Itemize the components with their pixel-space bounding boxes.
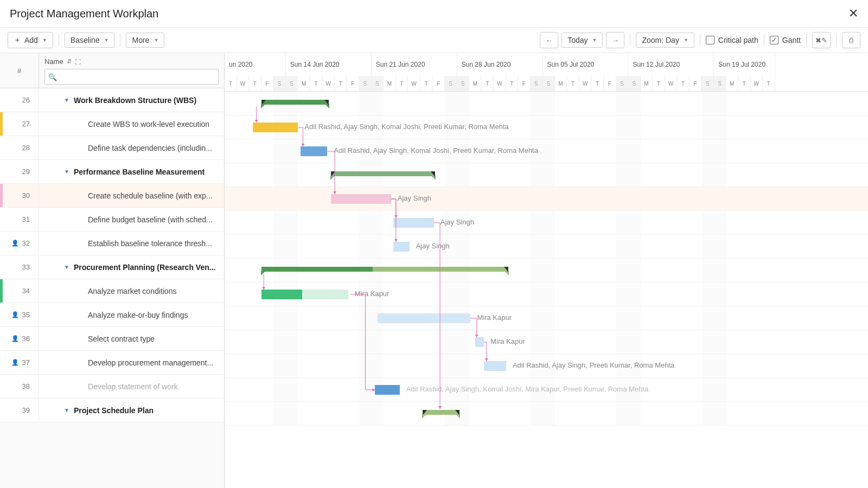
row-name: ▼Work Breakdown Structure (WBS) xyxy=(39,96,224,105)
row-stripe xyxy=(0,184,3,207)
next-button[interactable]: → xyxy=(606,32,624,48)
task-row[interactable]: 👤35Analyze make-or-buy findings xyxy=(0,303,224,327)
task-bar[interactable] xyxy=(475,337,484,347)
gantt-area[interactable]: un 2020Sun 14 Jun 2020Sun 21 Jun 2020Sun… xyxy=(225,53,868,488)
task-row[interactable]: 30Create schedule baseline (with exp... xyxy=(0,184,224,208)
day-header-cell: S xyxy=(359,76,372,91)
tools-button[interactable]: ✖✎ xyxy=(812,32,831,48)
more-button[interactable]: More▼ xyxy=(126,33,164,48)
print-button[interactable]: ⎙ xyxy=(842,32,860,48)
task-row[interactable]: 26▼Work Breakdown Structure (WBS) xyxy=(0,88,224,112)
week-header-cell: un 2020 xyxy=(225,53,286,76)
bar-label: Adil Rashid, Ajay Singh, Komal Joshi, Pr… xyxy=(334,146,538,155)
row-number: 30 xyxy=(0,184,39,207)
task-row[interactable]: 👤36Select contract type xyxy=(0,327,224,351)
search-icon: 🔍 xyxy=(48,73,57,81)
day-header-cell: T xyxy=(481,76,494,91)
task-bar[interactable] xyxy=(261,290,348,299)
task-bar[interactable] xyxy=(253,123,298,132)
week-header-cell: Sun 19 Jul 2020 xyxy=(714,53,775,76)
person-icon: 👤 xyxy=(11,311,19,318)
bar-label: Mira Kapur xyxy=(355,290,390,298)
task-bar[interactable] xyxy=(393,218,433,228)
task-bar[interactable] xyxy=(331,194,391,204)
today-button[interactable]: Today▼ xyxy=(561,33,603,48)
close-icon[interactable]: ✕ xyxy=(848,7,858,21)
row-number: 38 xyxy=(0,375,39,398)
task-bar[interactable] xyxy=(375,385,399,395)
separator xyxy=(630,34,630,46)
gantt-row xyxy=(225,402,868,426)
day-header-cell: T xyxy=(677,76,690,91)
day-header-cell: W xyxy=(408,76,420,91)
zoom-button[interactable]: Zoom: Day▼ xyxy=(636,33,694,48)
baseline-button[interactable]: Baseline▼ xyxy=(65,33,115,48)
day-header-cell: S xyxy=(531,76,543,91)
separator xyxy=(120,34,120,46)
toolbar-left: ＋Add▼ Baseline▼ More▼ xyxy=(8,32,164,48)
search-input[interactable] xyxy=(44,69,219,85)
task-bar[interactable] xyxy=(378,313,470,323)
task-row[interactable]: 28Define task dependencies (includin... xyxy=(0,136,224,160)
task-row[interactable]: 34Analyze market conditions xyxy=(0,279,224,303)
row-number: 33 xyxy=(0,255,39,279)
task-row[interactable]: 27Create WBS to work-level execution xyxy=(0,112,224,136)
task-row[interactable]: 33▼Procurement Planning (Research Ven... xyxy=(0,255,224,279)
task-bar[interactable] xyxy=(484,361,506,371)
collapse-toggle[interactable]: ▼ xyxy=(63,407,71,413)
week-header-cell: Sun 28 Jun 2020 xyxy=(457,53,543,76)
separator xyxy=(806,34,807,46)
bar-label: Adil Rashid, Ajay Singh, Preeti Kumar, R… xyxy=(513,361,674,369)
search-field[interactable]: 🔍 xyxy=(44,69,219,85)
gantt-row: Adil Rashid, Ajay Singh, Preeti Kumar, R… xyxy=(225,354,868,378)
day-header-cell: F xyxy=(690,76,702,91)
checkbox-checked-icon: ✓ xyxy=(770,36,778,44)
week-header-cell: Sun 14 Jun 2020 xyxy=(286,53,372,76)
plus-icon: ＋ xyxy=(14,35,21,45)
summary-bar[interactable] xyxy=(261,267,509,272)
chevron-down-icon: ▼ xyxy=(154,37,158,43)
day-header-cell: S xyxy=(445,76,457,91)
row-number: 👤37 xyxy=(0,351,39,374)
task-row[interactable]: 38Develop statement of work xyxy=(0,375,224,399)
day-header-cell: M xyxy=(384,76,396,91)
row-name: Select contract type xyxy=(39,335,224,343)
task-row[interactable]: 👤32Establish baseline tolerance thresh..… xyxy=(0,232,224,255)
add-button[interactable]: ＋Add▼ xyxy=(8,32,53,48)
gantt-row: Mira Kapur xyxy=(225,282,868,306)
gantt-row: Mira Kapur xyxy=(225,306,868,330)
collapse-toggle[interactable]: ▼ xyxy=(63,169,71,175)
gantt-rows: Adil Rashid, Ajay Singh, Komal Joshi, Pr… xyxy=(225,92,868,426)
task-row[interactable]: 31Define budget baseline (with sched... xyxy=(0,208,224,232)
day-header-cell: M xyxy=(726,76,738,91)
row-number: 26 xyxy=(0,88,39,112)
row-name: Establish baseline tolerance thresh... xyxy=(39,239,224,248)
collapse-toggle[interactable]: ▼ xyxy=(63,97,71,103)
row-name: Develop procurement management... xyxy=(39,358,224,367)
day-header-cell: S xyxy=(457,76,469,91)
gantt-row: Adil Rashid, Ajay Singh, Komal Joshi, Pr… xyxy=(225,139,868,163)
arrow-left-icon: ← xyxy=(545,36,552,44)
bar-label: Mira Kapur xyxy=(490,337,525,345)
row-name: Define task dependencies (includin... xyxy=(39,144,224,152)
day-header-cell: S xyxy=(542,76,555,91)
day-header-cell: M xyxy=(641,76,653,91)
summary-bar[interactable] xyxy=(331,171,435,176)
collapse-icon[interactable]: ⇵ xyxy=(67,58,72,65)
person-icon: 👤 xyxy=(11,240,19,247)
gantt-toggle[interactable]: ✓Gantt xyxy=(770,36,801,44)
task-row[interactable]: 39▼Project Schedule Plan xyxy=(0,399,224,422)
summary-bar[interactable] xyxy=(423,410,459,415)
summary-bar[interactable] xyxy=(261,100,329,105)
expand-icon[interactable]: ⛶ xyxy=(75,59,81,65)
bar-label: Ajay Singh xyxy=(398,194,431,202)
day-header-cell: S xyxy=(714,76,726,91)
critical-path-toggle[interactable]: Critical path xyxy=(706,36,758,44)
task-row[interactable]: 29▼Performance Baseline Measurement xyxy=(0,160,224,184)
task-bar[interactable] xyxy=(301,146,328,156)
task-bar[interactable] xyxy=(393,242,409,252)
collapse-toggle[interactable]: ▼ xyxy=(63,264,71,270)
prev-button[interactable]: ← xyxy=(540,32,558,48)
day-header-cell: S xyxy=(286,76,298,91)
task-row[interactable]: 👤37Develop procurement management... xyxy=(0,351,224,375)
